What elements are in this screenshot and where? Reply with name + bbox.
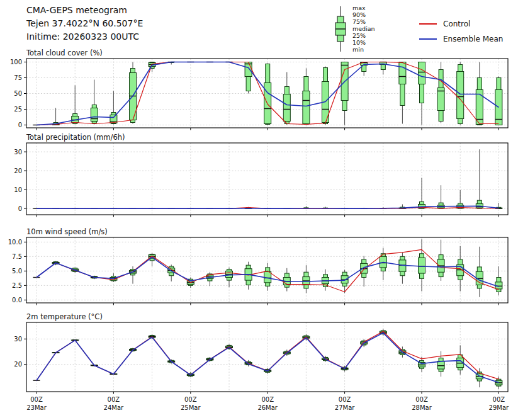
boxplot-wind-speed-h120	[419, 239, 425, 292]
xtick-time-label: 00Z	[261, 396, 274, 403]
xtick-time-label: 00Z	[108, 396, 120, 403]
boxplot-wind-speed-h108	[380, 248, 386, 281]
xtick-time-label: 00Z	[30, 396, 43, 403]
boxplot-wind-speed-h90	[322, 270, 329, 291]
xtick-date-label: 27Mar	[335, 404, 355, 411]
boxplot-temperature-h132	[457, 345, 464, 375]
boxplot-precipitation-h120	[419, 178, 425, 209]
ytick-label: 7.5	[12, 253, 22, 260]
ytick-label: 10.0	[8, 239, 22, 246]
boxplot-wind-speed-h60	[226, 268, 233, 287]
xtick-date-label: 23Mar	[26, 404, 47, 411]
boxplot-wind-speed-h36	[149, 253, 155, 266]
boxplot-cloud-cover-h96	[341, 62, 348, 125]
boxplot-precipitation-h126	[437, 185, 444, 208]
xtick-time-label: 00Z	[415, 396, 428, 403]
xtick-time-label: 00Z	[493, 396, 505, 403]
panel-title-temperature: 2m temperature (°C)	[26, 312, 103, 321]
boxplot-wind-speed-h72	[264, 263, 271, 290]
ytick-label: 30	[14, 149, 22, 156]
ytick-label: 30	[14, 336, 22, 343]
boxplot-wind-speed-h84	[303, 265, 310, 293]
xtick-date-label: 26Mar	[257, 404, 278, 411]
boxplot-cloud-cover-h120	[419, 62, 425, 125]
boxplot-wind-speed-h102	[361, 256, 368, 287]
ytick-label: 75	[14, 74, 22, 81]
panel-cloud-cover: 0255075100Total cloud cover (%)	[10, 48, 508, 130]
ytick-label: 20	[14, 167, 22, 174]
panel-title-cloud-cover: Total cloud cover (%)	[26, 48, 103, 57]
meteogram-app: CMA-GEPS meteogram Tejen 37.4022°N 60.50…	[0, 0, 518, 420]
boxplot-wind-speed-h66	[245, 262, 252, 290]
panel-precipitation: 0102030Total precipitation (mm/6h)	[14, 133, 508, 217]
boxplot-wind-speed-h114	[399, 253, 406, 284]
ytick-label: 0	[18, 205, 22, 212]
ytick-label: 25	[14, 106, 22, 113]
xtick-date-label: 24Mar	[104, 404, 124, 411]
boxplot-cloud-cover-h138	[476, 62, 483, 125]
panel-title-precipitation: Total precipitation (mm/6h)	[26, 133, 125, 142]
boxplot-cloud-cover-h6	[52, 108, 59, 125]
boxplot-cloud-cover-h24	[110, 91, 117, 125]
meteogram-chart: 0255075100Total cloud cover (%)0102030To…	[0, 0, 518, 420]
ytick-label: 0.0	[12, 297, 22, 304]
ytick-label: 50	[14, 90, 22, 97]
xtick-date-label: 25Mar	[181, 404, 201, 411]
boxplot-cloud-cover-h12	[72, 86, 79, 125]
panel-wind-speed: 0.02.55.07.510.010m wind speed (m/s)	[8, 227, 508, 305]
boxplot-temperature-h126	[437, 351, 444, 377]
xtick-date-label: 29Mar	[489, 404, 509, 411]
boxplot-wind-speed-h126	[437, 240, 444, 281]
boxplot-cloud-cover-h114	[399, 62, 406, 124]
panel-title-wind-speed: 10m wind speed (m/s)	[26, 227, 108, 236]
ytick-label: 5.0	[12, 268, 22, 275]
boxplot-cloud-cover-h78	[283, 72, 290, 125]
ytick-label: 100	[10, 59, 22, 65]
boxplot-cloud-cover-h126	[437, 62, 444, 123]
boxplot-cloud-cover-h84	[303, 69, 310, 125]
boxplot-cloud-cover-h144	[495, 77, 502, 125]
xtick-time-label: 00Z	[184, 396, 197, 403]
ytick-label: 10	[14, 186, 22, 193]
ytick-label: 2.5	[12, 282, 22, 289]
boxplot-precipitation-h138	[476, 149, 483, 208]
xtick-date-label: 28Mar	[412, 404, 432, 411]
boxplot-wind-speed-h30	[130, 266, 137, 284]
panel-temperature: 20302m temperature (°C)	[14, 312, 508, 394]
ytick-label: 20	[14, 361, 22, 368]
boxplot-wind-speed-h138	[476, 247, 483, 297]
boxplot-wind-speed-h78	[283, 268, 290, 292]
ytick-label: 0	[18, 122, 22, 128]
xtick-time-label: 00Z	[339, 396, 351, 403]
boxplot-wind-speed-h144	[495, 266, 502, 295]
